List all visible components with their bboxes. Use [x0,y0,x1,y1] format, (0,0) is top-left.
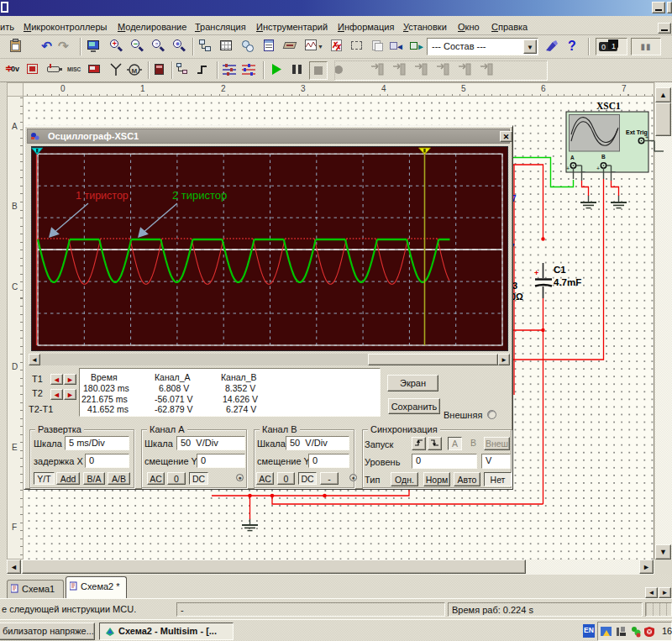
svg-text:+: + [645,134,648,140]
svg-text:A: A [570,155,575,160]
svg-text:+: + [596,166,600,171]
svg-text:2 тиристор: 2 тиристор [172,189,227,202]
svg-text:Ext Trig: Ext Trig [626,129,648,136]
svg-text:4.7mF: 4.7mF [554,277,581,287]
svg-text:+: + [566,166,570,171]
svg-text:+: + [534,269,538,277]
svg-text:1 тиристор: 1 тиристор [76,190,129,202]
svg-text:C1: C1 [554,265,566,275]
svg-text:XSC1: XSC1 [596,101,621,111]
svg-text:B: B [601,154,606,160]
